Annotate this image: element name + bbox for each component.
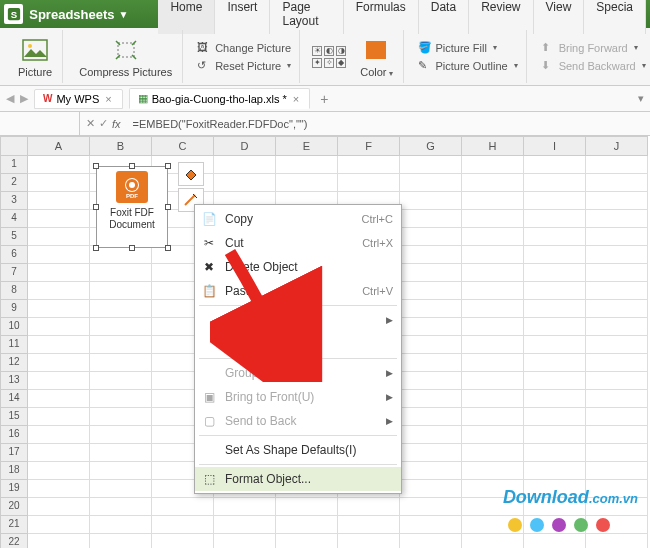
tab-file[interactable]: ▦ Bao-gia-Cuong-tho-lap.xls * × (129, 88, 311, 109)
cell[interactable] (214, 156, 276, 174)
col-header[interactable]: F (338, 136, 400, 156)
cell[interactable] (400, 228, 462, 246)
row-header[interactable]: 12 (0, 354, 28, 372)
cell[interactable] (276, 534, 338, 548)
cell[interactable] (400, 210, 462, 228)
cell[interactable] (28, 228, 90, 246)
cell[interactable] (152, 516, 214, 534)
cell[interactable] (586, 156, 648, 174)
cell[interactable] (586, 444, 648, 462)
cell[interactable] (400, 336, 462, 354)
compress-pictures-button[interactable]: Compress Pictures (75, 34, 176, 80)
picture-fill-button[interactable]: 🪣 Picture Fill▾ (416, 40, 520, 56)
ctx-delete-object[interactable]: ✖ Delete Object (195, 255, 401, 279)
select-all-corner[interactable] (0, 136, 28, 156)
cell[interactable] (462, 282, 524, 300)
cell[interactable] (586, 336, 648, 354)
cell[interactable] (524, 480, 586, 498)
cell[interactable] (586, 300, 648, 318)
menu-formulas[interactable]: Formulas (344, 0, 419, 34)
cell[interactable] (400, 300, 462, 318)
cell[interactable] (90, 318, 152, 336)
cell[interactable] (400, 516, 462, 534)
ctx-format-object[interactable]: ⬚ Format Object... (195, 467, 401, 491)
col-header[interactable]: A (28, 136, 90, 156)
col-header[interactable]: G (400, 136, 462, 156)
cell[interactable] (90, 534, 152, 548)
row-header[interactable]: 11 (0, 336, 28, 354)
cell[interactable] (90, 480, 152, 498)
ctx-copy[interactable]: 📄 CopyCtrl+C (195, 207, 401, 231)
cell[interactable] (586, 498, 648, 516)
cell[interactable] (524, 156, 586, 174)
cell[interactable] (28, 354, 90, 372)
cell[interactable] (524, 354, 586, 372)
menu-review[interactable]: Review (469, 0, 533, 34)
cell[interactable] (28, 156, 90, 174)
row-header[interactable]: 5 (0, 228, 28, 246)
cell[interactable] (400, 408, 462, 426)
cell[interactable] (462, 174, 524, 192)
col-header[interactable]: H (462, 136, 524, 156)
app-logo-icon[interactable]: S (4, 4, 23, 24)
cell[interactable] (586, 264, 648, 282)
cell[interactable] (462, 426, 524, 444)
cell[interactable] (400, 372, 462, 390)
adjustment-presets[interactable]: ☀◐◑✦✧◆ (312, 46, 352, 68)
cell[interactable] (462, 192, 524, 210)
menu-home[interactable]: Home (158, 0, 215, 34)
cell[interactable] (462, 462, 524, 480)
cell[interactable] (400, 192, 462, 210)
cell[interactable] (524, 408, 586, 426)
add-tab-button[interactable]: + (316, 91, 332, 107)
cell[interactable] (524, 534, 586, 548)
cell[interactable] (586, 354, 648, 372)
cell[interactable] (524, 336, 586, 354)
menu-view[interactable]: View (534, 0, 585, 34)
cell[interactable] (90, 336, 152, 354)
color-button[interactable]: Color▾ (356, 34, 396, 80)
cell[interactable] (586, 246, 648, 264)
cell[interactable] (338, 498, 400, 516)
cell[interactable] (462, 300, 524, 318)
cell[interactable] (338, 516, 400, 534)
cell[interactable] (400, 462, 462, 480)
cell[interactable] (338, 156, 400, 174)
cell[interactable] (400, 390, 462, 408)
cell[interactable] (28, 282, 90, 300)
cell[interactable] (524, 462, 586, 480)
cell[interactable] (90, 282, 152, 300)
cell[interactable] (338, 534, 400, 548)
ctx-set-shape-defaults[interactable]: Set As Shape Defaults(I) (195, 438, 401, 462)
cell[interactable] (90, 444, 152, 462)
cell[interactable] (462, 480, 524, 498)
cell[interactable] (28, 210, 90, 228)
cell[interactable] (90, 300, 152, 318)
tab-my-wps[interactable]: W My WPS × (34, 89, 123, 109)
cell[interactable] (152, 498, 214, 516)
cell[interactable] (524, 246, 586, 264)
row-header[interactable]: 15 (0, 408, 28, 426)
row-header[interactable]: 9 (0, 300, 28, 318)
formula-input[interactable]: =EMBED("FoxitReader.FDFDoc","") (127, 118, 650, 130)
cell[interactable] (28, 372, 90, 390)
col-header[interactable]: C (152, 136, 214, 156)
cell[interactable] (28, 264, 90, 282)
cell[interactable] (28, 174, 90, 192)
cell[interactable] (586, 462, 648, 480)
cell[interactable] (524, 498, 586, 516)
cell[interactable] (28, 336, 90, 354)
row-header[interactable]: 20 (0, 498, 28, 516)
col-header[interactable]: B (90, 136, 152, 156)
close-icon[interactable]: × (103, 93, 113, 105)
row-header[interactable]: 6 (0, 246, 28, 264)
cell[interactable] (90, 408, 152, 426)
cell[interactable] (524, 210, 586, 228)
bring-forward-button[interactable]: ⬆ Bring Forward▾ (539, 40, 648, 56)
cell[interactable] (90, 390, 152, 408)
cell[interactable] (462, 318, 524, 336)
cell[interactable] (90, 246, 152, 264)
cell[interactable] (28, 516, 90, 534)
cell[interactable] (214, 516, 276, 534)
ctx-fdf-object[interactable]: FDF Object▶ (195, 308, 401, 332)
